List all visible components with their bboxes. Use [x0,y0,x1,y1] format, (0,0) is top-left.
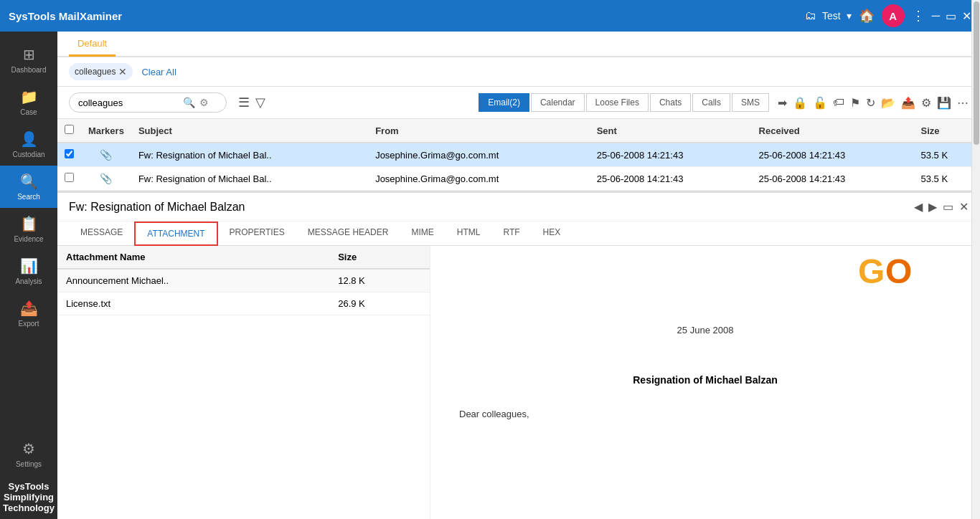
attachment-panel: Attachment Name Size Announcement Michae… [57,246,430,519]
main-layout: ⊞ Dashboard 📁 Case 👤 Custodian 🔍 Search … [0,32,980,519]
refresh-icon[interactable]: ↻ [866,96,875,110]
sidebar-item-evidence[interactable]: 📋 Evidence [0,208,57,250]
detail-nav: ◀ ▶ ▭ ✕ [914,200,969,214]
clear-all-button[interactable]: Clear All [141,67,176,77]
filter-tag-remove[interactable]: ✕ [118,66,127,77]
tab-message-header[interactable]: MESSAGE HEADER [296,222,400,246]
sidebar-label-search: Search [17,193,40,201]
row1-received: 25-06-2008 14:21:43 [752,143,914,167]
search-input-wrap[interactable]: 🔍 ⚙ [69,92,227,113]
sidebar-item-dashboard[interactable]: ⊞ Dashboard [0,39,57,81]
row2-checkbox[interactable] [65,173,74,182]
attachment-name-2: License.txt [57,292,329,315]
row2-from: Josephine.Grima@go.com.mt [368,167,590,191]
gear-icon[interactable]: ⚙ [921,96,931,110]
sidebar-item-case[interactable]: 📁 Case [0,81,57,123]
filter-tag-chip[interactable]: colleagues ✕ [69,63,133,80]
prev-email-icon[interactable]: ◀ [914,200,923,214]
col-subject: Subject [131,119,368,143]
filter-bar: colleagues ✕ Clear All [57,57,980,87]
tab-properties[interactable]: PROPERTIES [218,222,296,246]
tab-attachment[interactable]: ATTACHMENT [134,222,217,246]
attachment-row[interactable]: License.txt 26.9 K [57,292,430,315]
tab-message[interactable]: MESSAGE [69,222,134,246]
detail-header: Fw: Resignation of Michael Balzan ◀ ▶ ▭ … [57,193,980,222]
scrollbar[interactable] [971,246,980,519]
sidebar-label-custodian: Custodian [12,151,44,158]
minimize-button[interactable]: ─ [932,9,940,22]
dropdown-icon[interactable]: ▾ [847,10,852,22]
case-icon: 📁 [20,88,38,105]
col-markers: Markers [81,119,131,143]
table-row[interactable]: 📎 Fw: Resignation of Michael Bal.. Josep… [57,167,980,191]
unlock-icon[interactable]: 🔓 [813,96,827,110]
attachment-size-1: 12.8 K [329,269,430,292]
detail-close-icon[interactable]: ✕ [959,200,969,214]
next-email-icon[interactable]: ▶ [928,200,937,214]
sidebar-item-export[interactable]: 📤 Export [0,292,57,335]
attachment-row[interactable]: Announcement Michael.. 12.8 K [57,269,430,292]
table-row[interactable]: 📎 Fw: Resignation of Michael Bal.. Josep… [57,143,980,167]
more-action-icon[interactable]: ⋯ [957,96,969,110]
filter-tag-label: colleagues [75,67,116,77]
col-received: Received [752,119,914,143]
avatar[interactable]: A [882,4,905,27]
attachment-table: Attachment Name Size Announcement Michae… [57,246,430,315]
maximize-button[interactable]: ▭ [946,9,956,23]
search-bar: 🔍 ⚙ ☰ ▽ Email(2) Calendar Loose Files Ch… [57,87,980,119]
attachment-icon: 📎 [100,173,112,184]
tab-chats[interactable]: Chats [650,93,691,112]
group-icon[interactable]: ☰ [238,95,250,110]
tab-html[interactable]: HTML [446,222,492,246]
brand-bottom: SysTools Simplifying Technology [0,475,57,519]
save-icon[interactable]: 💾 [937,96,951,110]
search-settings-icon[interactable]: ⚙ [199,97,209,108]
tab-rtf[interactable]: RTF [491,222,531,246]
go-logo: G O [858,253,923,289]
bookmark-icon[interactable]: 🏷 [833,96,844,109]
sidebar-item-search[interactable]: 🔍 Search [0,166,57,208]
sidebar-label-analysis: Analysis [15,277,42,285]
sidebar-item-settings[interactable]: ⚙ Settings [0,433,57,475]
sidebar: ⊞ Dashboard 📁 Case 👤 Custodian 🔍 Search … [0,32,57,519]
sidebar-label-export: Export [19,320,39,328]
email-detail: Fw: Resignation of Michael Balzan ◀ ▶ ▭ … [57,191,980,519]
dashboard-icon: ⊞ [23,46,35,63]
tab-mime[interactable]: MIME [400,222,445,246]
svg-text:G: G [858,253,885,289]
top-bar: SysTools MailXaminer 🗂 Test ▾ 🏠 A ⋮ ─ ▭ … [0,0,980,32]
select-all-checkbox[interactable] [65,125,74,134]
row1-checkbox-cell [57,143,81,167]
col-sent: Sent [590,119,752,143]
more-icon[interactable]: ⋮ [912,8,925,24]
tab-calendar[interactable]: Calendar [531,93,585,112]
flag-icon[interactable]: ⚑ [850,96,860,110]
tab-email[interactable]: Email(2) [479,93,529,112]
email-table: Markers Subject From Sent Received Size … [57,119,980,191]
tab-hex[interactable]: HEX [532,222,573,246]
forward-icon[interactable]: ➡ [778,96,787,110]
tab-default[interactable]: Default [69,32,116,57]
sidebar-item-analysis[interactable]: 📊 Analysis [0,250,57,292]
sidebar-label-settings: Settings [16,460,42,468]
row1-checkbox[interactable] [65,149,74,158]
detail-tabs: MESSAGE ATTACHMENT PROPERTIES MESSAGE HE… [57,222,980,246]
lock-icon[interactable]: 🔒 [793,96,807,110]
case-name: Test [822,10,841,22]
tab-calls[interactable]: Calls [692,93,730,112]
tab-loose-files[interactable]: Loose Files [586,93,649,112]
email-table-wrap: Markers Subject From Sent Received Size … [57,119,980,191]
app-title: SysTools MailXaminer [9,10,798,22]
folder-open-icon[interactable]: 📂 [881,96,895,110]
export-action-icon[interactable]: 📤 [901,96,915,110]
close-button[interactable]: ✕ [962,9,971,23]
filter-icon[interactable]: ▽ [255,95,265,110]
home-icon[interactable]: 🏠 [859,8,875,24]
search-input[interactable] [78,97,179,108]
case-selector[interactable]: 🗂 Test ▾ [805,9,852,22]
col-from: From [368,119,590,143]
detail-expand-icon[interactable]: ▭ [943,200,953,214]
row2-size: 53.5 K [914,167,981,191]
sidebar-item-custodian[interactable]: 👤 Custodian [0,123,57,166]
tab-sms[interactable]: SMS [732,93,769,112]
